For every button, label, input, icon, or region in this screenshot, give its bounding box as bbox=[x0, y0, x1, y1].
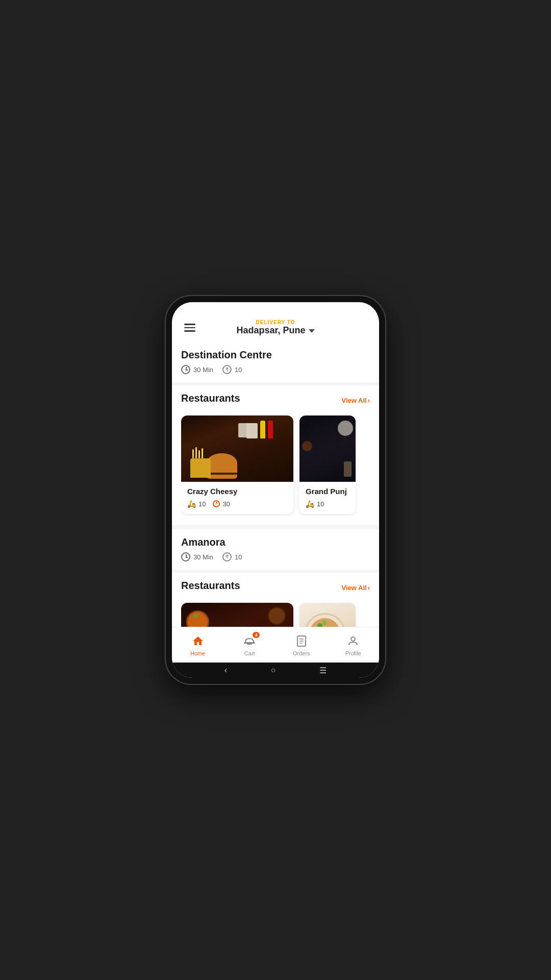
restaurant-card-grand-punj[interactable]: Grand Punj 🛵 10 bbox=[299, 415, 356, 514]
phone-screen: DELIVERY TO Hadapsar, Pune Destination C… bbox=[172, 302, 379, 678]
amanora-time-value: 30 Min bbox=[193, 553, 213, 561]
home-icon bbox=[192, 635, 204, 647]
amanora-time: 30 Min bbox=[181, 552, 213, 561]
time-meta: 30 bbox=[213, 500, 230, 508]
clock-icon bbox=[181, 365, 190, 374]
svg-rect-0 bbox=[244, 642, 255, 644]
amanora-clock-icon bbox=[181, 552, 190, 561]
amanora-fee: ₹ 10 bbox=[222, 552, 242, 561]
nav-profile-label: Profile bbox=[345, 650, 361, 656]
restaurant-card-mr-manchu[interactable]: Mr Manchu bbox=[299, 603, 356, 627]
restaurants-list-1: Crazy Cheesy 🛵 10 30 bbox=[181, 415, 370, 516]
amanora-section: Amanora 30 Min ₹ 10 bbox=[172, 529, 379, 570]
cart-badge: 4 bbox=[253, 632, 260, 638]
svg-rect-1 bbox=[247, 644, 252, 645]
restaurants-title-1: Restaurants bbox=[181, 393, 240, 404]
app-header: DELIVERY TO Hadapsar, Pune bbox=[172, 316, 379, 342]
delivery-icon: 🛵 bbox=[187, 500, 196, 508]
nav-home[interactable]: Home bbox=[172, 634, 224, 656]
restaurants-header-1: Restaurants View All › bbox=[181, 385, 370, 408]
restaurant-card-masala-house[interactable]: Indian Masala House 🛵 10 bbox=[181, 603, 293, 627]
amanora-title: Amanora bbox=[181, 536, 370, 548]
amanora-fee-value: 10 bbox=[235, 553, 242, 561]
card-meta-partial: 🛵 10 bbox=[306, 500, 349, 508]
main-scroll-content: Destination Centre 30 Min ₹ 10 Restauran… bbox=[172, 342, 379, 627]
card-name-grand-punj: Grand Punj bbox=[306, 487, 349, 496]
destination-centre-section: Destination Centre 30 Min ₹ 10 bbox=[172, 342, 379, 382]
destination-title: Destination Centre bbox=[181, 349, 370, 361]
time-value: 30 bbox=[222, 500, 230, 508]
nav-cart[interactable]: 4 Cart bbox=[224, 634, 276, 656]
delivery-fee-value: 10 bbox=[198, 500, 206, 508]
delivery-label: DELIVERY TO Hadapsar, Pune bbox=[236, 320, 314, 336]
amanora-info-row: 30 Min ₹ 10 bbox=[181, 552, 370, 561]
profile-icon bbox=[347, 635, 359, 647]
card-name-crazy-cheesy: Crazy Cheesy bbox=[187, 487, 287, 496]
card-meta: 🛵 10 30 bbox=[187, 500, 287, 508]
home-button[interactable]: ○ bbox=[271, 666, 276, 675]
restaurants-section-1: Restaurants View All › bbox=[172, 385, 379, 525]
view-all-button-1[interactable]: View All › bbox=[342, 397, 370, 404]
destination-info-row: 30 Min ₹ 10 bbox=[181, 365, 370, 374]
home-icon-wrap bbox=[191, 634, 205, 648]
profile-icon-wrap bbox=[346, 634, 360, 648]
nav-orders[interactable]: Orders bbox=[276, 634, 328, 656]
destination-fee-value: 10 bbox=[235, 366, 242, 374]
card-image-wrap bbox=[181, 415, 293, 482]
menu-button[interactable] bbox=[182, 322, 197, 334]
phone-frame: DELIVERY TO Hadapsar, Pune Destination C… bbox=[166, 296, 385, 684]
restaurant-card-crazy-cheesy[interactable]: Crazy Cheesy 🛵 10 30 bbox=[181, 415, 293, 514]
restaurants-title-2: Restaurants bbox=[181, 580, 240, 592]
nav-orders-label: Orders bbox=[293, 650, 310, 656]
orders-icon bbox=[295, 635, 308, 647]
location-name: Hadapsar, Pune bbox=[236, 325, 305, 336]
delivery-fee-partial: 10 bbox=[317, 500, 324, 508]
recents-button[interactable]: ☰ bbox=[319, 666, 327, 675]
rupee-icon: ₹ bbox=[222, 365, 232, 374]
restaurants-header-2: Restaurants View All › bbox=[181, 573, 370, 596]
nav-home-label: Home bbox=[190, 650, 205, 656]
delivery-to-text: DELIVERY TO bbox=[236, 320, 314, 325]
nav-profile[interactable]: Profile bbox=[328, 634, 380, 656]
destination-time-value: 30 Min bbox=[193, 366, 213, 374]
delivery-icon-partial: 🛵 bbox=[306, 500, 314, 508]
masala-image-wrap bbox=[181, 603, 293, 627]
back-button[interactable]: ‹ bbox=[224, 666, 227, 675]
nav-cart-label: Cart bbox=[244, 650, 255, 656]
destination-fee: ₹ 10 bbox=[222, 365, 242, 374]
time-icon bbox=[213, 500, 220, 507]
status-bar bbox=[172, 302, 379, 316]
view-all-button-2[interactable]: View All › bbox=[342, 584, 370, 592]
card-info: Crazy Cheesy 🛵 10 30 bbox=[181, 482, 293, 514]
manchu-image-wrap bbox=[299, 603, 356, 627]
svg-point-6 bbox=[351, 637, 355, 641]
bottom-navigation: Home 4 Cart bbox=[172, 627, 379, 663]
amanora-rupee-icon: ₹ bbox=[222, 552, 232, 561]
card-image-wrap-partial bbox=[299, 415, 356, 482]
orders-icon-wrap bbox=[294, 634, 309, 648]
location-chevron-icon[interactable] bbox=[309, 329, 315, 333]
destination-time: 30 Min bbox=[181, 365, 213, 374]
delivery-meta: 🛵 10 bbox=[187, 500, 206, 508]
delivery-meta-partial: 🛵 10 bbox=[306, 500, 324, 508]
android-nav-bar: ‹ ○ ☰ bbox=[172, 663, 379, 678]
card-info-partial: Grand Punj 🛵 10 bbox=[299, 482, 356, 514]
restaurants-list-2: Indian Masala House 🛵 10 bbox=[181, 603, 370, 627]
cart-icon-wrap: 4 bbox=[242, 634, 257, 648]
restaurants-section-2: Restaurants View All › bbox=[172, 573, 379, 627]
